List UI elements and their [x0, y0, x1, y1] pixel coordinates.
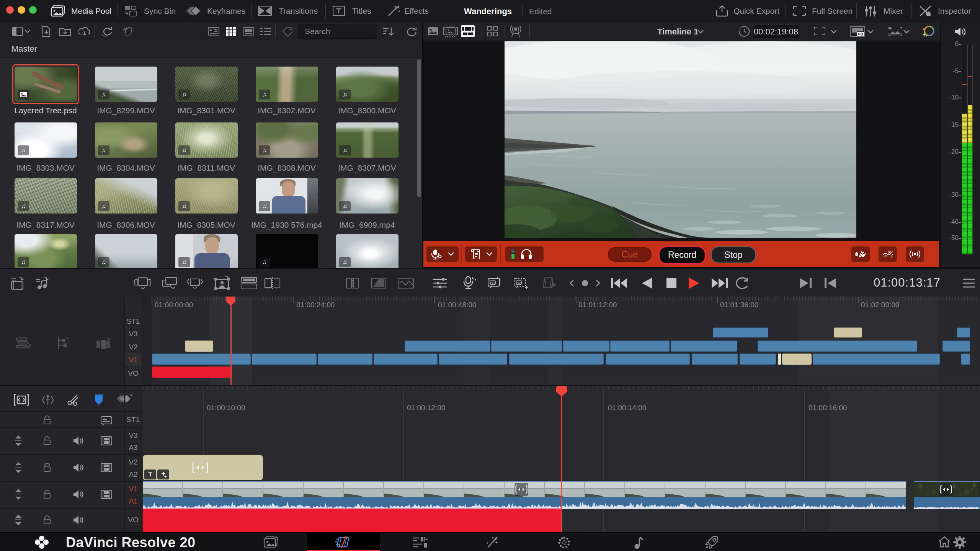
svg-text:POI: POI	[490, 281, 495, 285]
svg-text:HQ: HQ	[858, 32, 863, 36]
svg-text:POI: POI	[516, 281, 521, 285]
